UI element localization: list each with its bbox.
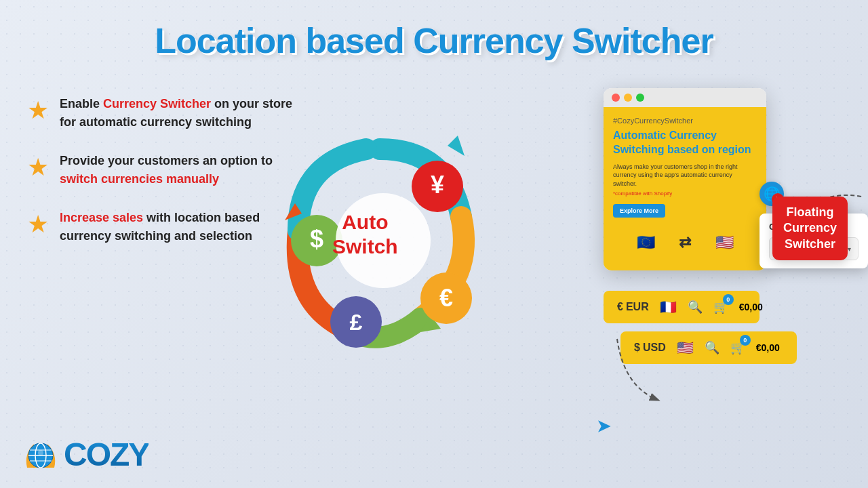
eur-currency-bar: € EUR 🇫🇷 🔍 🛒 0 €0,00 <box>604 291 760 323</box>
auto-switch-label: AutoSwitch <box>332 210 398 259</box>
right-section: #CozyCurrencySwitcher Automatic Currency… <box>583 88 854 364</box>
svg-marker-0 <box>448 136 465 156</box>
browser-content: #CozyCurrencySwitcher Automatic Currency… <box>604 107 766 270</box>
browser-mockup: #CozyCurrencySwitcher Automatic Currency… <box>604 88 766 270</box>
browser-compatible: *compatible with Shopify <box>613 190 757 197</box>
eur-price: €0,00 <box>739 302 763 312</box>
eur-code: EUR <box>626 301 649 313</box>
eu-flag: 🇪🇺 <box>633 230 658 256</box>
cart-badge-num: 0 <box>723 294 734 305</box>
right-arrow-icon: ➤ <box>597 417 610 436</box>
highlight-3: Increase sales <box>60 211 143 224</box>
france-flag: 🇫🇷 <box>660 299 677 315</box>
browser-dot-red <box>612 94 620 102</box>
us-flag-bar: 🇺🇸 <box>677 340 694 356</box>
highlight-2: switch currencies manually <box>60 172 219 186</box>
usd-label: $ USD <box>634 342 666 354</box>
cart-badge-num-usd: 0 <box>740 335 751 346</box>
cart-icon-usd[interactable]: 🛒 0 <box>730 340 745 355</box>
browser-dot-green <box>636 94 644 102</box>
browser-top-bar <box>604 88 766 107</box>
cozy-logo: COZY <box>20 434 149 474</box>
svg-text:£: £ <box>350 309 363 335</box>
exchange-arrows: ⇄ <box>679 234 691 251</box>
us-flag: 🇺🇸 <box>711 230 737 256</box>
cart-icon[interactable]: 🛒 0 <box>713 300 728 314</box>
cozy-brand-text: COZY <box>64 436 149 473</box>
highlight-1: Currency Switcher <box>103 97 211 110</box>
search-icon-usd[interactable]: 🔍 <box>705 340 719 355</box>
usd-currency-bar: $ USD 🇺🇸 🔍 🛒 0 €0,00 <box>620 331 797 364</box>
star-icon-2: ★ <box>27 153 49 182</box>
browser-hashtag: #CozyCurrencySwitcher <box>613 117 757 125</box>
svg-point-17 <box>38 450 43 455</box>
chevron-down-icon: ▾ <box>848 245 851 253</box>
cozy-logo-svg <box>20 434 61 474</box>
usd-price: €0,00 <box>756 342 780 353</box>
browser-arrows-row: 🇪🇺 ⇄ 🇺🇸 <box>613 224 757 261</box>
usd-code: USD <box>643 342 666 354</box>
browser-dot-yellow <box>624 94 632 102</box>
explore-more-button[interactable]: Explore More <box>613 204 665 218</box>
star-icon-1: ★ <box>27 96 49 125</box>
usd-symbol: $ <box>634 342 640 354</box>
floating-currency-label: FloatingCurrencySwitcher <box>772 197 848 260</box>
eur-label: € EUR <box>617 301 649 313</box>
browser-headline: Automatic Currency Switching based on re… <box>613 129 757 157</box>
page-title: Location based Currency Switcher <box>0 0 868 68</box>
svg-text:€: € <box>439 284 453 312</box>
browser-subtext: Always make your customers shop in the r… <box>613 163 757 188</box>
svg-text:¥: ¥ <box>431 171 444 199</box>
search-icon[interactable]: 🔍 <box>688 300 703 314</box>
svg-text:$: $ <box>310 225 323 253</box>
star-icon-3: ★ <box>27 210 49 239</box>
eur-symbol: € <box>617 301 623 313</box>
